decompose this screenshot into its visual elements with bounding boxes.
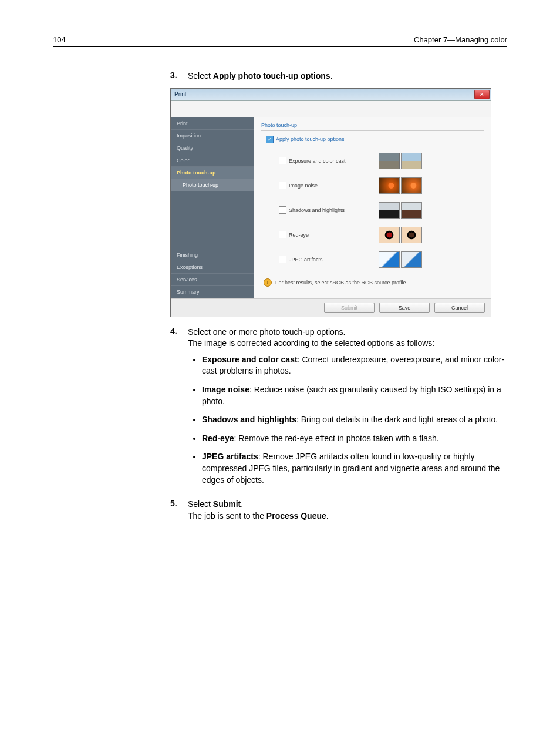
bold-text: Exposure and color cast: [202, 355, 298, 364]
step-number: 3.: [170, 70, 188, 82]
page-header: 104 Chapter 7—Managing color: [53, 35, 507, 47]
step-3: 3. Select Apply photo touch-up options.: [170, 70, 507, 82]
document-page: 104 Chapter 7—Managing color 3. Select A…: [0, 0, 560, 574]
shadows-before-icon: [379, 202, 400, 219]
page-content: 3. Select Apply photo touch-up options. …: [170, 70, 507, 522]
list-item: Image noise: Reduce noise (such as granu…: [202, 384, 507, 407]
redeye-thumbnails: [379, 227, 422, 243]
redeye-checkbox[interactable]: [279, 231, 286, 238]
list-item: Exposure and color cast: Correct underex…: [202, 354, 507, 377]
exposure-label: Exposure and color cast: [289, 158, 346, 164]
page-number: 104: [53, 35, 66, 44]
text: The job is sent to the: [188, 511, 266, 520]
options-list: Exposure and color cast: Correct underex…: [188, 354, 507, 486]
text: Select: [188, 499, 213, 509]
step-body: Select Apply photo touch-up options.: [188, 70, 507, 82]
window-title: Print: [174, 91, 187, 98]
bold-text: Red-eye: [202, 434, 234, 443]
noise-checkbox[interactable]: [279, 182, 286, 189]
text: Select one or more photo touch-up option…: [188, 327, 507, 338]
dialog-body: Print Imposition Quality Color Photo tou…: [171, 117, 491, 298]
sidebar-subitem-photo-touchup[interactable]: Photo touch-up: [171, 179, 254, 191]
text: : Remove the red-eye effect in photos ta…: [234, 434, 438, 443]
chapter-title: Chapter 7—Managing color: [414, 35, 507, 44]
sidebar-item-photo-touchup[interactable]: Photo touch-up: [171, 167, 254, 179]
redeye-label: Red-eye: [289, 232, 309, 238]
apply-touchup-label: Apply photo touch-up options: [276, 136, 345, 142]
text: Select: [188, 71, 213, 80]
bold-text: Submit: [213, 499, 241, 509]
print-dialog-screenshot: Print ✕ Print Imposition Quality Color P…: [170, 88, 491, 317]
step-number: 4.: [170, 327, 188, 493]
sidebar-item-print[interactable]: Print: [171, 117, 254, 130]
exposure-checkbox[interactable]: [279, 157, 286, 164]
shadows-after-icon: [401, 202, 422, 219]
apply-touchup-checkbox[interactable]: ✓: [266, 136, 274, 143]
step-4: 4. Select one or more photo touch-up opt…: [170, 327, 507, 493]
text: The image is corrected according to the …: [188, 338, 507, 350]
list-item: JPEG artifacts: Remove JPEG artifacts of…: [202, 451, 507, 486]
list-item: Shadows and highlights: Bring out detail…: [202, 414, 507, 426]
option-row-shadows: Shadows and highlights: [279, 200, 484, 221]
noise-thumbnails: [379, 177, 422, 194]
step-body: Select Submit. The job is sent to the Pr…: [188, 499, 507, 522]
titlebar: Print ✕: [171, 89, 491, 101]
option-row-exposure: Exposure and color cast: [279, 150, 484, 172]
sidebar: Print Imposition Quality Color Photo tou…: [171, 117, 254, 298]
close-button[interactable]: ✕: [474, 90, 490, 99]
text: .: [330, 71, 333, 80]
step-body: Select one or more photo touch-up option…: [188, 327, 507, 493]
jpeg-after-icon: [401, 251, 422, 268]
text: .: [326, 511, 329, 520]
bold-text: Shadows and highlights: [202, 415, 296, 424]
step-5: 5. Select Submit. The job is sent to the…: [170, 499, 507, 522]
dialog-footer: Submit Save Cancel: [171, 298, 491, 317]
shadows-thumbnails: [379, 202, 422, 219]
section-header: Photo touch-up: [261, 121, 484, 131]
text: : Bring out details in the dark and ligh…: [296, 415, 498, 424]
noise-label: Image noise: [289, 183, 318, 189]
shadows-checkbox[interactable]: [279, 206, 286, 214]
shadows-label: Shadows and highlights: [289, 207, 345, 213]
jpeg-thumbnails: [379, 251, 422, 268]
apply-touchup-row: ✓ Apply photo touch-up options: [266, 136, 484, 143]
jpeg-before-icon: [379, 251, 400, 268]
cancel-button[interactable]: Cancel: [434, 303, 485, 313]
info-text: For best results, select sRGB as the RGB…: [275, 280, 407, 285]
step-number: 5.: [170, 499, 188, 522]
option-row-noise: Image noise: [279, 175, 484, 196]
info-row: ! For best results, select sRGB as the R…: [264, 278, 484, 287]
noise-before-icon: [379, 177, 400, 194]
toolbar-area: [171, 101, 491, 117]
option-row-redeye: Red-eye: [279, 224, 484, 246]
sidebar-item-services[interactable]: Services: [171, 274, 254, 286]
jpeg-checkbox[interactable]: [279, 256, 286, 263]
exposure-thumbnails: [379, 153, 422, 169]
main-panel: Photo touch-up ✓ Apply photo touch-up op…: [254, 117, 491, 298]
save-button[interactable]: Save: [379, 303, 430, 313]
redeye-before-icon: [379, 227, 400, 243]
jpeg-label: JPEG artifacts: [289, 257, 323, 263]
redeye-after-icon: [401, 227, 422, 243]
exposure-before-icon: [379, 153, 400, 169]
bold-text: JPEG artifacts: [202, 452, 258, 461]
sidebar-item-finishing[interactable]: Finishing: [171, 249, 254, 261]
exposure-after-icon: [401, 153, 422, 169]
bold-text: Image noise: [202, 385, 249, 394]
warning-icon: !: [264, 278, 272, 287]
bold-text: Process Queue: [266, 511, 326, 520]
sidebar-item-color[interactable]: Color: [171, 154, 254, 167]
option-row-jpeg: JPEG artifacts: [279, 249, 484, 270]
list-item: Red-eye: Remove the red-eye effect in ph…: [202, 433, 507, 445]
sidebar-item-summary[interactable]: Summary: [171, 286, 254, 298]
sidebar-item-imposition[interactable]: Imposition: [171, 130, 254, 142]
sidebar-item-exceptions[interactable]: Exceptions: [171, 261, 254, 274]
noise-after-icon: [401, 177, 422, 194]
bold-text: Apply photo touch-up options: [213, 71, 330, 80]
text: .: [241, 499, 243, 509]
submit-button[interactable]: Submit: [324, 303, 375, 313]
sidebar-spacer: [171, 191, 254, 249]
sidebar-item-quality[interactable]: Quality: [171, 142, 254, 154]
